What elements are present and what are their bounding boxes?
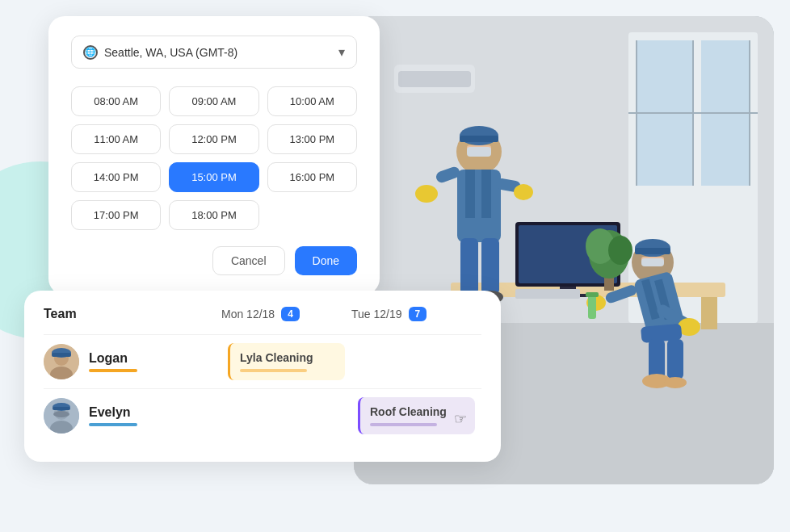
svg-point-33 [415,185,438,203]
date-col-tue: Tue 12/19 7 [351,307,481,321]
svg-rect-54 [649,339,665,379]
task-cell-logan-mon: Lyla Cleaning [221,343,351,380]
time-btn-0800[interactable]: 08:00 AM [71,86,161,116]
team-row-evelyn: Evelyn Roof Cleaning [44,388,481,442]
date-tue-label: Tue 12/19 [351,308,402,320]
date-tue-badge: 7 [409,307,427,321]
svg-point-68 [53,411,69,417]
svg-rect-67 [53,407,70,410]
svg-point-22 [608,236,632,265]
globe-icon: 🌐 [83,45,98,60]
done-button[interactable]: Done [295,246,357,275]
time-btn-1000[interactable]: 10:00 AM [267,86,357,116]
svg-rect-52 [586,292,599,297]
time-btn-1700[interactable]: 17:00 PM [71,200,161,230]
svg-rect-10 [398,71,471,87]
time-btn-1300[interactable]: 13:00 PM [267,124,357,154]
svg-rect-27 [467,147,491,157]
time-picker-card: 🌐 Seattle, WA, USA (GMT-8) ▾ 08:00 AM 09… [48,16,380,295]
task-cell-evelyn-tue: Roof Cleaning [351,397,481,434]
team-row-logan: Logan Lyla Cleaning [44,334,481,388]
svg-point-34 [514,184,533,200]
avatar-evelyn [44,398,79,434]
date-mon-label: Mon 12/18 [221,308,275,320]
member-bar-evelyn [89,423,137,426]
svg-rect-25 [460,136,498,142]
team-schedule-card: Team Mon 12/18 4 Tue 12/19 7 [24,291,501,462]
svg-rect-41 [635,248,670,254]
time-btn-1800[interactable]: 18:00 PM [169,200,258,230]
svg-rect-35 [460,238,478,295]
svg-rect-28 [457,170,501,242]
task-roof-cleaning[interactable]: Roof Cleaning [358,397,475,434]
svg-rect-36 [481,238,499,295]
svg-rect-43 [641,258,664,266]
member-info-evelyn: Evelyn [44,398,221,434]
svg-rect-30 [481,170,491,218]
date-col-mon: Mon 12/18 4 [221,307,351,321]
time-picker-actions: Cancel Done [71,246,357,275]
svg-rect-62 [52,353,71,357]
task-bar-yellow [240,369,307,372]
time-btn-1400[interactable]: 14:00 PM [71,162,161,192]
chevron-down-icon: ▾ [338,44,345,60]
time-grid: 08:00 AM 09:00 AM 10:00 AM 11:00 AM 12:0… [71,86,357,230]
cancel-button[interactable]: Cancel [212,246,285,275]
svg-rect-51 [588,295,596,319]
location-dropdown[interactable]: 🌐 Seattle, WA, USA (GMT-8) ▾ [71,36,357,69]
member-name-evelyn: Evelyn [89,405,137,420]
svg-rect-29 [465,170,475,218]
time-btn-1100[interactable]: 11:00 AM [71,124,161,154]
date-mon-badge: 4 [281,307,300,321]
member-name-logan: Logan [89,351,137,366]
member-bar-logan [89,369,137,372]
time-btn-1200[interactable]: 12:00 PM [169,124,258,154]
time-btn-0900[interactable]: 09:00 AM [169,86,258,116]
time-btn-1500[interactable]: 15:00 PM [169,162,258,192]
svg-rect-13 [701,297,717,329]
team-header: Team Mon 12/18 4 Tue 12/19 7 [44,307,481,321]
location-label: Seattle, WA, USA (GMT-8) [104,46,237,59]
svg-rect-18 [515,289,580,299]
avatar-logan [44,344,79,379]
task-bar-purple [370,423,437,426]
time-btn-1600[interactable]: 16:00 PM [267,162,357,192]
team-label: Team [44,307,221,321]
svg-rect-55 [667,339,683,379]
svg-point-57 [664,377,687,388]
task-lyla-cleaning[interactable]: Lyla Cleaning [228,343,345,380]
member-info-logan: Logan [44,344,221,379]
